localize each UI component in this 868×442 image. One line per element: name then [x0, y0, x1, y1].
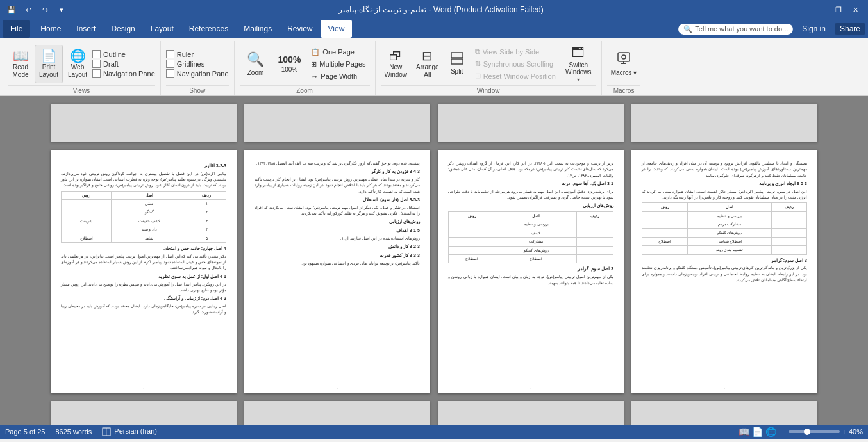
read-mode-button[interactable]: 📖 ReadMode	[8, 45, 33, 83]
tab-references[interactable]: References	[181, 20, 236, 38]
ruler-checkbox[interactable]: Ruler	[166, 50, 229, 58]
one-page-button[interactable]: 📋 One Page	[307, 47, 369, 58]
tab-view[interactable]: View	[321, 20, 353, 38]
zoom-out-button[interactable]: −	[781, 428, 785, 436]
page-4-para-3: یکی از بزرگ‌ترین و ماندگارترین کارهای تر…	[642, 265, 807, 282]
print-view-icon[interactable]: 📄	[752, 427, 763, 437]
split-button[interactable]: Split	[444, 45, 470, 83]
page-partial-bottom-4	[631, 401, 817, 425]
page-4-table: ردیفاصلروش بررسی و تنظیم مشارکت مردم روش…	[642, 202, 807, 254]
zoom-row: 🔍 Zoom 100% 100% 📋 One Page ⊞ Multiple P…	[240, 42, 370, 85]
restore-button[interactable]: ❐	[831, 2, 846, 17]
macros-icon	[616, 51, 631, 68]
save-button[interactable]: 💾	[5, 3, 18, 16]
window-title: تعلیم-و-تربیت-از-نگاه-پیامبر - Word (Pro…	[68, 5, 814, 14]
new-window-button[interactable]: 🗗 NewWindow	[381, 45, 412, 83]
switch-windows-button[interactable]: 🗔 SwitchWindows ▾	[561, 45, 596, 83]
page-1-para-1: پیامبر اکرم(ص) در این فصل با تفصیل بیشتر…	[61, 170, 226, 188]
page-2-section-1-title: 3-4-3 فزودن به کار و کارگر	[255, 168, 420, 175]
tab-mailings[interactable]: Mailings	[236, 20, 280, 38]
zoom-in-button[interactable]: +	[842, 428, 846, 436]
views-checkboxes: Outline Draft Navigation Pane	[92, 49, 155, 79]
tab-review[interactable]: Review	[280, 20, 320, 38]
page-3-nav: ·	[530, 386, 531, 391]
page-2-para-3: روش‌های استفاده شده در این اصل عبارتند ا…	[255, 235, 420, 241]
page-1-section-1-title: 3-2-3 اقاليم	[61, 163, 226, 169]
minimize-button[interactable]: ─	[814, 2, 830, 17]
page-width-button[interactable]: ↔ Page Width	[307, 71, 369, 81]
macros-button[interactable]: Macros ▾	[607, 45, 641, 83]
page-1: 3-2-3 اقاليم پیامبر اکرم(ص) در این فصل ب…	[51, 150, 237, 393]
view-mode-icons: 📖 📄 🌐	[739, 427, 776, 437]
tab-insert[interactable]: Insert	[69, 20, 103, 38]
web-layout-button[interactable]: 🌐 WebLayout	[64, 45, 91, 83]
one-page-icon: 📋	[311, 48, 320, 56]
page-1-para-2: دکتر مقتدر، تأکید می کند که این اصل از م…	[61, 253, 226, 271]
zoom-track[interactable]	[789, 430, 840, 433]
tab-layout[interactable]: Layout	[143, 20, 181, 38]
zoom-100-button[interactable]: 100% 100%	[273, 45, 306, 83]
print-layout-button[interactable]: 📄 PrintLayout	[35, 45, 63, 83]
draft-checkbox-box	[92, 60, 101, 68]
tell-me-input[interactable]: 🔍 Tell me what you want to do...	[678, 24, 793, 35]
svg-rect-1	[451, 59, 463, 64]
arrange-all-icon: ⊟	[422, 49, 433, 62]
customize-quick-access[interactable]: ▾	[55, 3, 68, 16]
svg-rect-5	[623, 61, 624, 63]
page-2-para-1: کار و تجربه در میدان‌های عملی، مهمترین ر…	[255, 176, 420, 194]
macros-group-label: Macros	[607, 85, 641, 95]
gridlines-checkbox[interactable]: Gridlines	[166, 60, 229, 68]
show-checkboxes-row: Ruler Gridlines Navigation Pane	[166, 42, 229, 85]
ribbon-group-zoom: 🔍 Zoom 100% 100% 📋 One Page ⊞ Multiple P…	[235, 41, 376, 95]
tab-home[interactable]: Home	[33, 20, 69, 38]
page-partial-top-2	[244, 104, 430, 142]
redo-button[interactable]: ↪	[38, 3, 51, 16]
web-view-icon[interactable]: 🌐	[765, 427, 776, 437]
page-1-section-4-title: 4-2 اصل دوم: از زیبایی و آراستگی	[61, 295, 226, 302]
document-area[interactable]: 3-2-3 اقاليم پیامبر اکرم(ص) در این فصل ب…	[0, 96, 868, 425]
outline-checkbox-box	[92, 50, 101, 58]
switch-windows-icon: 🗔	[572, 45, 585, 60]
zoom-100-icon: 100%	[278, 54, 301, 65]
reset-window-position-button: ⊡ Reset Window Position	[471, 70, 560, 81]
page-partial-bottom-3	[438, 401, 624, 425]
read-view-icon[interactable]: 📖	[739, 427, 749, 437]
zoom-button[interactable]: 🔍 Zoom	[240, 45, 272, 83]
share-button[interactable]: Share	[835, 23, 865, 35]
page-4-para-1: همستگی و اتحاد با مسلمین بالقوه، افزایش …	[642, 160, 807, 178]
tab-design[interactable]: Design	[103, 20, 142, 38]
page-partial-bottom-1	[51, 401, 237, 425]
outline-checkbox[interactable]: Outline	[92, 50, 155, 58]
page-partial-top-1	[51, 104, 237, 142]
page-1-para-4: اصل زیبایی در سیره پیامبر(ص) جایگاه ویژه…	[61, 303, 226, 315]
page-1-para-3: در این رویکرد، پیامبر ابتدا عمل را آموزش…	[61, 281, 226, 293]
page-1-section-2-title: 4 اصل چهارم: جاذبه حس و امتحان	[61, 245, 226, 252]
close-button[interactable]: ✕	[847, 2, 863, 17]
menu-bar: File Home Insert Design Layout Reference…	[0, 19, 868, 38]
switch-windows-arrow: ▾	[577, 77, 580, 83]
undo-button[interactable]: ↩	[22, 3, 35, 16]
window-small-buttons: ⧉ View Side by Side ⇅ Synchronous Scroll…	[471, 45, 560, 83]
view-side-by-side-icon: ⧉	[475, 47, 480, 56]
tab-file[interactable]: File	[3, 20, 30, 38]
nav-pane-show-checkbox[interactable]: Navigation Pane	[166, 69, 229, 78]
multiple-pages-button[interactable]: ⊞ Multiple Pages	[307, 59, 369, 70]
sign-in-button[interactable]: Sign in	[798, 23, 830, 35]
status-bar: Page 5 of 25 8625 words Persian (Iran) 📖…	[0, 425, 868, 439]
navigation-pane-checkbox[interactable]: Navigation Pane	[92, 69, 155, 78]
reset-window-position-icon: ⊡	[475, 72, 481, 80]
page-3-table: ردیفاصلروش بررسی و تنظیم کشف مشارکت روش‌…	[448, 211, 613, 263]
page-2-section-2-title: 3-5-3 اصل (فاز سوم): استقلال	[255, 197, 420, 203]
page-4-para-2: این اصل در سیره تربیتی پیامبر اکرم(ص) بس…	[642, 188, 807, 201]
multiple-pages-icon: ⊞	[311, 60, 317, 69]
page-partial-top-3	[438, 104, 624, 142]
draft-checkbox[interactable]: Draft	[92, 60, 155, 68]
arrange-all-button[interactable]: ⊟ ArrangeAll	[412, 45, 443, 83]
synchronous-scrolling-button: ⇅ Synchronous Scrolling	[471, 58, 560, 69]
page-3-para-1: برتر از ترتیب و موجودیت به سمت این (۱۳۸۰…	[448, 160, 613, 178]
search-icon: 🔍	[683, 25, 692, 33]
zoom-group-label: Zoom	[240, 85, 370, 95]
navigation-pane-checkbox-box	[92, 69, 101, 78]
new-window-icon: 🗗	[389, 49, 402, 62]
page-2-section-3-title: روش‌های ارزیابی	[255, 218, 420, 225]
